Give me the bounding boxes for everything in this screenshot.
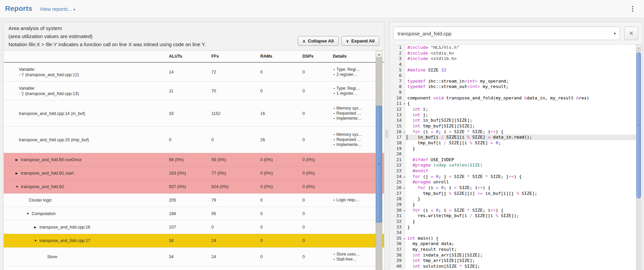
code-line[interactable]: 22 #pragma ivdep safelen(SIZE)	[391, 162, 641, 168]
table-row[interactable]: transpose_and_fold.cpp:15 (tmp_buf)00260…	[4, 127, 384, 153]
code-line[interactable]: 27 tmp_buf[j % SIZE][i] += in_buf[i][j %…	[391, 191, 641, 197]
code-line[interactable]: 33}	[391, 224, 641, 230]
table-row[interactable]: Variable:- 'j' (transpose_and_fold.cpp:1…	[4, 82, 384, 100]
code-line[interactable]: 8typedef ihc::stream_out<int> my_result;	[391, 84, 641, 90]
row-ram-value: 0	[257, 234, 299, 247]
code-line[interactable]: 18 tmp_buf[i / SIZE][i % SIZE] = 0;	[391, 140, 641, 146]
row-details-cell: •Type: Regi…•2 register…	[329, 63, 375, 81]
code-line-active[interactable]: 17 in_buf[i / SIZE][i % SIZE] = data_in.…	[391, 134, 641, 140]
code-line[interactable]: 28 }	[391, 196, 641, 202]
line-number: 11▾	[391, 101, 406, 107]
tree-caret-collapsed-icon[interactable]: ▶	[34, 224, 37, 230]
code-line[interactable]: 3#include <stdlib.h>	[391, 56, 641, 62]
row-alut-value: 34	[166, 247, 208, 266]
code-line[interactable]: 32 }	[391, 219, 641, 224]
row-details-cell	[329, 234, 375, 247]
code-line[interactable]: 23 #endif	[391, 168, 641, 174]
file-select-dropdown[interactable]: transpose_and_fold.cpp ▾	[393, 27, 620, 40]
tree-caret-collapsed-icon[interactable]: ▶	[16, 171, 19, 176]
code-line[interactable]: 4	[391, 62, 641, 67]
code-line[interactable]: 12 int i;	[391, 107, 641, 112]
row-ram-value: 0	[257, 63, 299, 81]
code-line[interactable]: 13 int j;	[391, 112, 641, 118]
bullet-icon: •	[333, 143, 335, 147]
table-row[interactable]: ▶transpose_and_fold.B1.start183 (0%)77 (…	[4, 167, 384, 180]
table-scrollbar-thumb[interactable]	[376, 106, 382, 222]
code-line[interactable]: 21 #ifdef USE_IVDEP	[391, 157, 641, 163]
editor-scrollbar[interactable]: ▲	[636, 45, 641, 270]
code-line[interactable]: 25 #pragma unroll	[391, 179, 641, 185]
line-number: 14	[391, 118, 406, 123]
line-number: 38	[391, 252, 406, 258]
fold-caret-icon[interactable]: ▾	[404, 185, 405, 191]
table-row[interactable]: Store342400•Store uses…•Stall-free…	[4, 247, 384, 266]
code-line[interactable]: 30▾ for (i = 0; i < SIZE * SIZE; i++) {	[391, 208, 641, 213]
code-line[interactable]: 7typedef ihc::stream_in<int> my_operand;	[391, 79, 641, 84]
code-line[interactable]: 16▾ for (i = 0; i < SIZE * SIZE; i++) {	[391, 129, 641, 135]
code-editor[interactable]: 1#include "HLS/hls.h"2#include <stdio.h>…	[391, 44, 641, 270]
code-line[interactable]: 35▾int main() {	[391, 236, 641, 241]
code-line[interactable]: 38 int indata_arr[SIZE][SIZE];	[391, 252, 641, 258]
code-line[interactable]: 37 my_result result;	[391, 247, 641, 252]
line-number: 3	[391, 56, 406, 62]
table-row[interactable]: ▶transpose_and_fold.cpp:16107000	[4, 220, 384, 234]
code-line[interactable]: 10component void transpose_and_fold(my_o…	[391, 95, 641, 101]
close-button[interactable]: ✕	[624, 27, 638, 40]
table-row[interactable]: transpose_and_fold.cpp:14 (in_buf)331152…	[4, 100, 384, 127]
code-line[interactable]: 6	[391, 73, 641, 79]
row-alut-value: 14	[166, 63, 208, 81]
code-line[interactable]: 29 }	[391, 202, 641, 208]
code-line[interactable]: 24▾ for (j = 0; j < SIZE * SIZE * SIZE; …	[391, 174, 641, 180]
code-line[interactable]: 36 my_operand data;	[391, 241, 641, 247]
code-line[interactable]: 14 int in_buf[SIZE][SIZE];	[391, 118, 641, 123]
line-number: 13	[391, 112, 406, 118]
code-line[interactable]: 1#include "HLS/hls.h"	[391, 45, 641, 51]
code-line[interactable]: 40 int solution[SIZE * SIZE];	[391, 264, 641, 269]
row-name-cell: Variable:- 'i' (transpose_and_fold.cpp:1…	[4, 63, 166, 81]
code-line[interactable]: 9	[391, 90, 641, 95]
row-dsp-value: 0 (0%)	[299, 167, 329, 180]
fold-caret-icon[interactable]: ▾	[404, 174, 405, 180]
code-line[interactable]: 11▾{	[391, 101, 641, 107]
tree-caret-collapsed-icon[interactable]: ▶	[16, 157, 19, 162]
panel-resize-handle[interactable]	[385, 129, 388, 138]
code-line[interactable]: 31 res.write(tmp_buf[i / SIZE][i % SIZE]…	[391, 213, 641, 219]
table-row[interactable]: ▼transpose_and_fold.B2937 (0%)824 (0%)0 …	[4, 180, 384, 193]
collapse-all-button[interactable]: ∧ Collapse All	[298, 36, 339, 46]
editor-scroll-up-button[interactable]: ▲	[636, 45, 641, 51]
code-line[interactable]: 20	[391, 151, 641, 157]
fold-caret-icon[interactable]: ▾	[404, 208, 405, 214]
kebab-menu-icon[interactable]: ⋮	[630, 5, 636, 13]
table-row[interactable]: Variable:- 'i' (transpose_and_fold.cpp:1…	[4, 63, 384, 82]
fold-caret-icon[interactable]: ▾	[404, 101, 405, 107]
table-row[interactable]: ▼transpose_and_fold.cpp:17342400	[4, 234, 384, 247]
fold-caret-icon[interactable]: ▾	[404, 129, 405, 135]
code-line[interactable]: 19 }	[391, 146, 641, 152]
tree-caret-expanded-icon[interactable]: ▼	[34, 238, 37, 243]
table-row[interactable]: Cluster logic2057900•Logic requ…	[4, 193, 384, 207]
row-ram-value: 0	[257, 220, 299, 234]
code-line[interactable]: 34	[391, 230, 641, 236]
view-reports-menu[interactable]: View reports...▾	[40, 6, 75, 12]
code-line[interactable]: 15 int tmp_buf[SIZE][SIZE];	[391, 123, 641, 129]
line-number: 12	[391, 107, 406, 112]
expand-all-button[interactable]: ∨ Expand All	[341, 36, 379, 46]
code-line[interactable]: 26▾ for (i = 0; i < SIZE; i++) {	[391, 185, 641, 191]
code-line[interactable]: 2#include <stdio.h>	[391, 51, 641, 56]
code-line[interactable]: 5#define SIZE 32	[391, 67, 641, 73]
row-details-cell	[329, 153, 375, 166]
table-row[interactable]: ▼Computation1865500	[4, 207, 384, 220]
tree-caret-expanded-icon[interactable]: ▼	[16, 184, 19, 189]
fold-caret-icon[interactable]: ▾	[404, 236, 405, 242]
table-row[interactable]: ▶transpose_and_fold.B0.runOnce58 (0%)55 …	[4, 153, 384, 167]
row-dsp-value: 0	[299, 63, 329, 81]
line-number: 20	[391, 151, 406, 157]
code-line[interactable]: 39 int tmp_arr[SIZE][SIZE];	[391, 258, 641, 264]
code-text: int solution[SIZE * SIZE];	[406, 264, 641, 269]
tree-caret-expanded-icon[interactable]: ▼	[26, 211, 30, 216]
editor-scrollbar-thumb[interactable]	[636, 52, 641, 199]
line-number: 29	[391, 202, 406, 208]
row-name-cell: ▼Computation	[4, 207, 166, 220]
scroll-up-button[interactable]: ▲	[376, 51, 382, 58]
table-scrollbar[interactable]: ▲	[376, 51, 382, 270]
